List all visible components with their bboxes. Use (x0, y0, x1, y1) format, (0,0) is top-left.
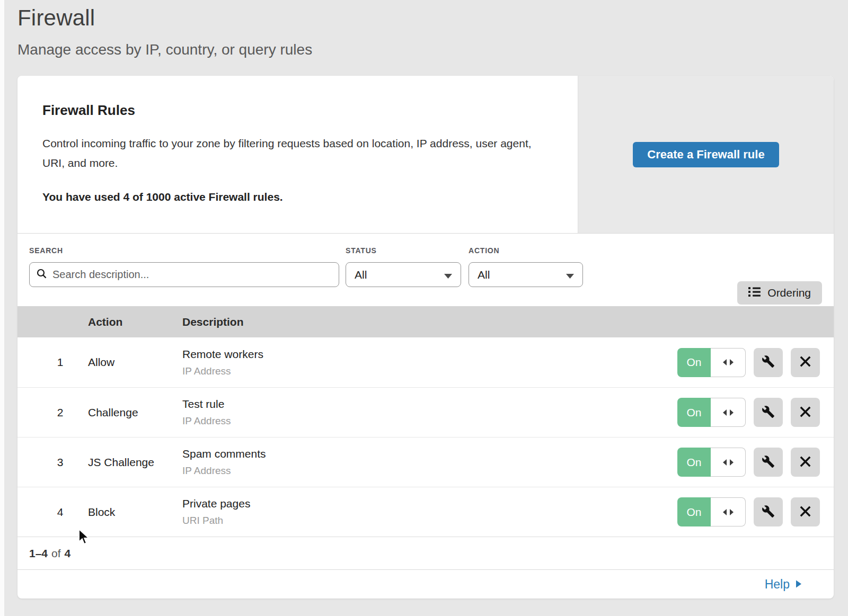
delete-rule-button[interactable] (791, 448, 820, 477)
rule-action: Allow (88, 356, 182, 369)
rule-field: URI Path (182, 515, 677, 526)
rule-enabled-toggle[interactable]: On (677, 398, 746, 427)
rule-description: Test rule (182, 398, 677, 410)
help-link[interactable]: Help (765, 577, 802, 592)
rule-priority: 3 (17, 456, 88, 469)
toggle-on-label: On (677, 348, 711, 377)
rule-controls: On (677, 448, 820, 477)
chevron-down-icon (566, 269, 574, 281)
rule-action: Block (88, 506, 182, 519)
toggle-on-label: On (677, 448, 711, 477)
left-right-arrows-icon (711, 448, 746, 477)
ordering-button-label: Ordering (767, 287, 811, 299)
pagination-of: of (51, 547, 61, 560)
status-label: STATUS (346, 246, 461, 255)
search-label: SEARCH (29, 246, 339, 255)
table-row: 1 Allow Remote workers IP Address On (17, 337, 834, 387)
firewall-rules-card: Firewall Rules Control incoming traffic … (17, 76, 834, 599)
table-row: 2 Challenge Test rule IP Address On (17, 387, 834, 437)
window-edge (0, 0, 4, 616)
left-right-arrows-icon (711, 348, 746, 377)
rule-field: IP Address (182, 415, 677, 427)
rule-priority: 4 (17, 506, 88, 519)
table-row: 4 Block Private pages URI Path On (17, 487, 834, 537)
create-firewall-rule-button[interactable]: Create a Firewall rule (633, 142, 779, 167)
column-header-description: Description (182, 316, 244, 328)
rule-enabled-toggle[interactable]: On (677, 497, 746, 526)
filters-bar: SEARCH STATUS All ACTION (17, 233, 834, 306)
pagination-total: 4 (65, 547, 71, 560)
delete-rule-button[interactable] (791, 348, 820, 377)
rule-priority: 1 (17, 356, 88, 369)
close-x-icon (800, 456, 811, 469)
table-row: 3 JS Challenge Spam comments IP Address … (17, 437, 834, 487)
rule-description: Private pages (182, 497, 677, 510)
rule-action: JS Challenge (88, 456, 182, 469)
edit-rule-button[interactable] (754, 398, 783, 427)
rule-description: Remote workers (182, 348, 677, 361)
search-input[interactable] (52, 269, 332, 281)
rules-usage-count: You have used 4 of 1000 active Firewall … (42, 191, 556, 203)
toggle-on-label: On (677, 497, 711, 526)
caret-right-icon (796, 577, 802, 592)
close-x-icon (800, 506, 811, 519)
create-rule-panel: Create a Firewall rule (578, 76, 834, 233)
close-x-icon (800, 406, 811, 419)
left-right-arrows-icon (711, 398, 746, 427)
search-filter: SEARCH (29, 246, 339, 306)
status-select-value: All (355, 269, 367, 281)
edit-rule-button[interactable] (754, 497, 783, 526)
delete-rule-button[interactable] (791, 497, 820, 526)
status-select[interactable]: All (346, 262, 461, 287)
rule-enabled-toggle[interactable]: On (677, 348, 746, 377)
rule-field: IP Address (182, 465, 677, 477)
status-filter: STATUS All (346, 246, 461, 306)
rule-field: IP Address (182, 365, 677, 377)
ordering-button[interactable]: Ordering (737, 281, 822, 305)
left-right-arrows-icon (711, 497, 746, 526)
page-title: Firewall (17, 5, 848, 31)
rule-description-cell: Private pages URI Path (182, 497, 677, 526)
wrench-icon (762, 355, 775, 370)
card-footer: Help (17, 569, 834, 599)
action-select[interactable]: All (469, 262, 583, 287)
rule-controls: On (677, 497, 820, 526)
page-subtitle: Manage access by IP, country, or query r… (17, 41, 848, 58)
rule-description-cell: Test rule IP Address (182, 398, 677, 427)
overview-text: Firewall Rules Control incoming traffic … (17, 76, 578, 233)
action-label: ACTION (469, 246, 583, 255)
rules-description: Control incoming traffic to your zone by… (42, 133, 546, 173)
action-filter: ACTION All (469, 246, 583, 306)
wrench-icon (762, 455, 775, 470)
rule-description-cell: Remote workers IP Address (182, 348, 677, 377)
delete-rule-button[interactable] (791, 398, 820, 427)
search-icon (37, 269, 47, 281)
rule-description: Spam comments (182, 448, 677, 460)
help-link-label: Help (765, 577, 790, 592)
edit-rule-button[interactable] (754, 448, 783, 477)
table-header: Action Description (17, 306, 834, 337)
toggle-on-label: On (677, 398, 711, 427)
wrench-icon (762, 405, 775, 420)
edit-rule-button[interactable] (754, 348, 783, 377)
close-x-icon (800, 356, 811, 369)
list-icon (748, 287, 761, 299)
overview-section: Firewall Rules Control incoming traffic … (17, 76, 834, 233)
rule-enabled-toggle[interactable]: On (677, 448, 746, 477)
page-header: Firewall Manage access by IP, country, o… (0, 0, 848, 58)
rule-priority: 2 (17, 406, 88, 419)
rule-controls: On (677, 348, 820, 377)
wrench-icon (762, 505, 775, 520)
pagination-range: 1–4 (29, 547, 48, 560)
rule-action: Challenge (88, 406, 182, 419)
action-select-value: All (478, 269, 490, 281)
search-box[interactable] (29, 262, 339, 287)
column-header-action: Action (88, 316, 182, 328)
chevron-down-icon (444, 269, 452, 281)
rule-controls: On (677, 398, 820, 427)
rules-heading: Firewall Rules (42, 102, 556, 119)
rule-description-cell: Spam comments IP Address (182, 448, 677, 477)
pagination: 1–4 of 4 (17, 537, 834, 569)
